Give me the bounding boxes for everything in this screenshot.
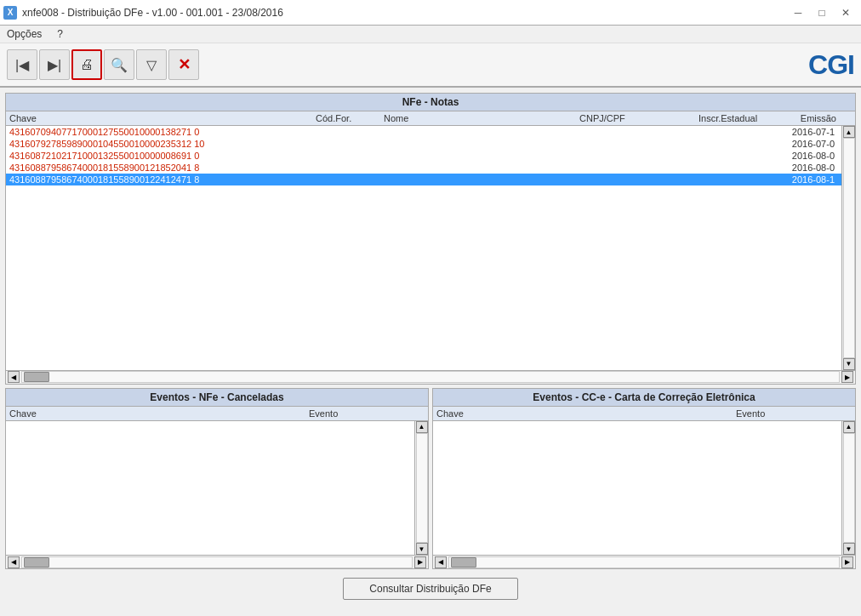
menu-help[interactable]: ? xyxy=(54,27,66,41)
cell-emissao: 2016-08-0 xyxy=(770,151,838,161)
cell-cod xyxy=(316,151,384,161)
eventos-cce-body xyxy=(433,421,841,555)
vscroll-down[interactable]: ▼ xyxy=(843,358,855,370)
cell-chave: 43160887958674000181558900121852041 8 xyxy=(9,163,316,173)
col-nome: Nome xyxy=(384,113,579,123)
main-content: NFe - Notas Chave Cód.For. Nome CNPJ/CPF… xyxy=(0,88,861,610)
cell-nome xyxy=(384,163,566,173)
cell-nome xyxy=(384,151,566,161)
nfe-table-section: NFe - Notas Chave Cód.For. Nome CNPJ/CPF… xyxy=(5,93,856,385)
vscroll-track[interactable] xyxy=(843,138,855,358)
title-bar: X xnfe008 - Distribuição DFe - v1.00 - 0… xyxy=(0,0,861,26)
nfe-table-row[interactable]: 43160709407717000127550010000138271 0 20… xyxy=(6,126,841,138)
consult-button[interactable]: Consultar Distribuição DFe xyxy=(343,578,517,600)
ev-cce-hscroll-track[interactable] xyxy=(448,556,840,568)
hscroll-thumb[interactable] xyxy=(24,372,49,382)
cell-nome xyxy=(384,139,566,149)
col-inscr: Inscr.Estadual xyxy=(698,113,784,123)
ev-nfe-hscroll-left[interactable]: ◀ xyxy=(8,556,20,568)
maximize-button[interactable]: □ xyxy=(810,1,834,25)
eventos-nfe-panel: Eventos - NFe - Canceladas Chave Evento … xyxy=(5,388,429,569)
eventos-nfe-body xyxy=(6,421,414,555)
eventos-cce-col-chave: Chave xyxy=(436,408,736,419)
app-icon: X xyxy=(3,6,17,20)
close-window-button[interactable]: ✕ xyxy=(834,1,858,25)
cell-inscr xyxy=(685,151,770,161)
nfe-vscroll[interactable]: ▲ ▼ xyxy=(841,126,855,370)
eventos-cce-col-scroll-space xyxy=(838,408,852,419)
close-button[interactable]: ✕ xyxy=(168,49,199,80)
filter-button[interactable]: ▽ xyxy=(136,49,167,80)
ev-nfe-vscroll-down[interactable]: ▼ xyxy=(416,543,428,555)
ev-cce-vscroll-track[interactable] xyxy=(843,433,855,543)
nfe-table-header: NFe - Notas xyxy=(6,94,855,111)
menu-bar: Opções ? xyxy=(0,26,861,43)
hscroll-track[interactable] xyxy=(21,371,840,383)
first-button[interactable]: |◀ xyxy=(7,49,37,80)
eventos-nfe-vscroll[interactable]: ▲ ▼ xyxy=(414,421,428,555)
cell-inscr xyxy=(685,174,770,185)
eventos-cce-vscroll[interactable]: ▲ ▼ xyxy=(841,421,855,555)
cell-emissao: 2016-07-1 xyxy=(770,127,838,137)
search-icon: 🔍 xyxy=(111,57,128,73)
cell-chave: 43160872102171000132550010000008691 0 xyxy=(9,151,316,161)
ev-cce-hscroll-thumb[interactable] xyxy=(451,557,476,568)
first-icon: |◀ xyxy=(15,57,29,73)
title-bar-left: X xnfe008 - Distribuição DFe - v1.00 - 0… xyxy=(3,6,283,20)
ev-cce-vscroll-up[interactable]: ▲ xyxy=(843,421,855,433)
vscroll-up[interactable]: ▲ xyxy=(843,126,855,138)
minimize-button[interactable]: ─ xyxy=(786,1,810,25)
ev-nfe-vscroll-up[interactable]: ▲ xyxy=(416,421,428,433)
cell-chave: 43160887958674000181558900122412471 8 xyxy=(9,174,316,185)
ev-cce-vscroll-down[interactable]: ▼ xyxy=(843,543,855,555)
ev-nfe-hscroll-thumb[interactable] xyxy=(24,557,49,568)
toolbar-buttons: |◀ ▶| 🖨 🔍 ▽ ✕ xyxy=(7,49,199,80)
nfe-table-row[interactable]: 43160792785989000104550010000235312 10 2… xyxy=(6,138,841,150)
hscroll-right[interactable]: ▶ xyxy=(841,371,853,383)
nfe-table-row[interactable]: 43160887958674000181558900121852041 8 20… xyxy=(6,162,841,174)
nfe-table-columns: Chave Cód.For. Nome CNPJ/CPF Inscr.Estad… xyxy=(6,111,855,126)
cell-emissao: 2016-08-1 xyxy=(770,174,838,185)
eventos-cce-header: Eventos - CC-e - Carta de Correção Eletr… xyxy=(433,389,855,407)
toolbar: |◀ ▶| 🖨 🔍 ▽ ✕ CGI xyxy=(0,43,861,88)
eventos-cce-panel: Eventos - CC-e - Carta de Correção Eletr… xyxy=(432,388,856,569)
eventos-cce-col-evento: Evento xyxy=(736,408,838,419)
eventos-nfe-hscroll[interactable]: ◀ ▶ xyxy=(6,555,428,568)
cell-emissao: 2016-07-0 xyxy=(770,139,838,149)
ev-nfe-vscroll-track[interactable] xyxy=(416,433,428,543)
window-title: xnfe008 - Distribuição DFe - v1.00 - 001… xyxy=(22,7,283,19)
cell-cnpj xyxy=(566,139,685,149)
next-button[interactable]: ▶| xyxy=(39,49,70,80)
nfe-hscroll[interactable]: ◀ ▶ xyxy=(6,370,855,384)
print-button[interactable]: 🖨 xyxy=(71,49,102,80)
cell-inscr xyxy=(685,127,770,137)
ev-cce-hscroll-right[interactable]: ▶ xyxy=(841,556,853,568)
eventos-nfe-col-scroll-space xyxy=(411,408,425,419)
cell-cod xyxy=(316,163,384,173)
col-chave: Chave xyxy=(9,113,316,123)
ev-cce-hscroll-left[interactable]: ◀ xyxy=(435,556,447,568)
cell-chave: 43160709407717000127550010000138271 0 xyxy=(9,127,316,137)
cgi-logo: CGI xyxy=(808,49,854,81)
cell-cnpj xyxy=(566,174,685,185)
next-icon: ▶| xyxy=(48,57,61,73)
cell-cnpj xyxy=(566,151,685,161)
eventos-nfe-header: Eventos - NFe - Canceladas xyxy=(6,389,428,407)
print-icon: 🖨 xyxy=(80,57,94,72)
nfe-table-row[interactable]: 43160872102171000132550010000008691 0 20… xyxy=(6,150,841,162)
col-cnpj: CNPJ/CPF xyxy=(579,113,698,123)
eventos-nfe-col-chave: Chave xyxy=(9,408,309,419)
nfe-table-row[interactable]: 43160887958674000181558900122412471 8 20… xyxy=(6,174,841,185)
menu-opcoes[interactable]: Opções xyxy=(3,27,45,41)
search-button[interactable]: 🔍 xyxy=(104,49,134,80)
hscroll-left[interactable]: ◀ xyxy=(8,371,20,383)
cell-chave: 43160792785989000104550010000235312 10 xyxy=(9,139,316,149)
bottom-panels: Eventos - NFe - Canceladas Chave Evento … xyxy=(5,388,856,569)
cell-emissao: 2016-08-0 xyxy=(770,163,838,173)
eventos-cce-hscroll[interactable]: ◀ ▶ xyxy=(433,555,855,568)
ev-nfe-hscroll-track[interactable] xyxy=(21,556,413,568)
cell-inscr xyxy=(685,163,770,173)
col-emissao: Emissão xyxy=(784,113,852,123)
ev-nfe-hscroll-right[interactable]: ▶ xyxy=(414,556,426,568)
eventos-nfe-col-evento: Evento xyxy=(309,408,411,419)
